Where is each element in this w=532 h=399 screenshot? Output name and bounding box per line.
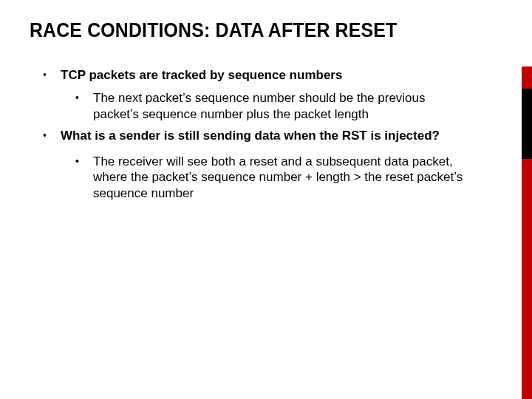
bullet-icon: •	[43, 128, 61, 143]
bullet-list: • TCP packets are tracked by sequence nu…	[30, 67, 502, 201]
slide-title: RACE CONDITIONS: DATA AFTER RESET	[30, 19, 465, 42]
list-item: • TCP packets are tracked by sequence nu…	[30, 67, 502, 83]
list-item: • What is a sender is still sending data…	[30, 128, 502, 143]
bullet-icon: •	[43, 67, 61, 83]
list-item: • The receiver will see both a reset and…	[30, 154, 502, 201]
accent-sidebar-black	[522, 89, 532, 159]
slide-body: RACE CONDITIONS: DATA AFTER RESET • TCP …	[0, 0, 532, 201]
list-item: • The next packet’s sequence number shou…	[30, 90, 502, 122]
bullet-text: TCP packets are tracked by sequence numb…	[61, 67, 502, 83]
bullet-icon: •	[75, 154, 93, 201]
bullet-text: The next packet’s sequence number should…	[93, 90, 502, 122]
bullet-text: The receiver will see both a reset and a…	[93, 154, 502, 201]
bullet-icon: •	[75, 90, 93, 122]
bullet-text: What is a sender is still sending data w…	[61, 128, 502, 143]
